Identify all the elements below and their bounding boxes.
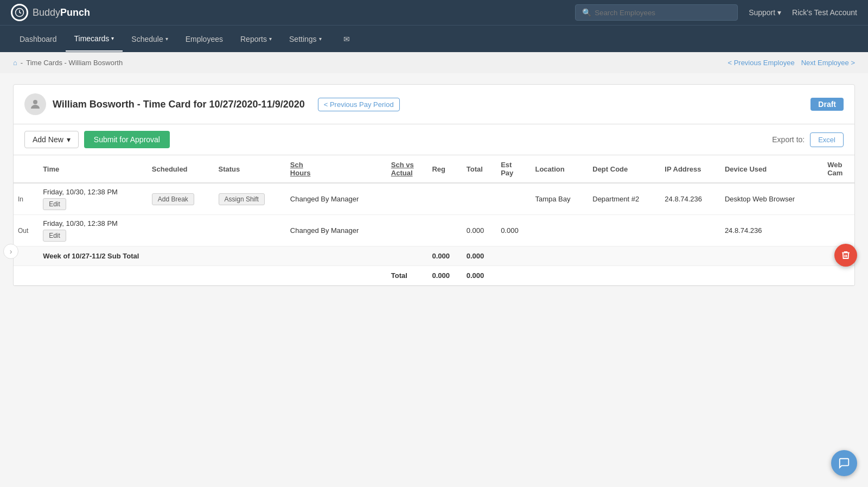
ip-cell: Desktop Web Browser	[720, 183, 823, 215]
logo-icon	[11, 4, 28, 21]
export-area: Export to: Excel	[772, 132, 844, 147]
support-link[interactable]: Support ▾	[749, 8, 781, 17]
nav-schedule[interactable]: Schedule ▾	[123, 27, 176, 51]
total-label: Total	[391, 271, 407, 280]
chat-widget[interactable]	[831, 450, 857, 476]
col-sch-hours: SchHours	[286, 155, 387, 183]
search-icon: 🔍	[582, 8, 591, 17]
next-employee-link[interactable]: Next Employee >	[801, 59, 855, 67]
nav-employees[interactable]: Employees	[177, 27, 232, 51]
timecard-table: Time Scheduled Status SchHours Sch vsAct…	[14, 155, 854, 286]
col-scheduled: Scheduled	[148, 155, 214, 183]
status-cell-out: Changed By Manager	[286, 215, 387, 246]
top-bar: BuddyPunch 🔍 Support ▾ Rick's Test Accou…	[0, 0, 868, 25]
est-pay-cell-out	[531, 215, 588, 246]
device-cell	[823, 183, 854, 215]
logo-area: BuddyPunch	[11, 4, 90, 21]
col-dept-code: Dept Code	[588, 155, 660, 183]
location-cell-out	[588, 215, 660, 246]
nav-timecards[interactable]: Timecards ▾	[66, 27, 123, 52]
assign-shift-cell: Assign Shift	[214, 183, 286, 215]
nav-bar: Dashboard Timecards ▾ Schedule ▾ Employe…	[0, 25, 868, 52]
dept-code-cell-out	[660, 215, 720, 246]
timecard-title-area: William Bosworth - Time Card for 10/27/2…	[24, 93, 400, 115]
search-box[interactable]: 🔍	[575, 4, 738, 21]
account-name[interactable]: Rick's Test Account	[792, 8, 857, 17]
location-cell: Department #2	[588, 183, 660, 215]
nav-mail[interactable]: ✉	[335, 27, 359, 51]
total-cell	[496, 183, 531, 215]
total-reg: 0.000	[427, 266, 462, 286]
assign-shift-button[interactable]: Assign Shift	[219, 193, 265, 205]
chevron-down-icon: ▾	[777, 8, 781, 17]
prev-employee-link[interactable]: < Previous Employee	[727, 59, 794, 67]
sch-hours-cell-out	[387, 215, 428, 246]
table-row: Out Friday, 10/30, 12:38 PM Edit Changed…	[14, 215, 854, 246]
col-status: Status	[214, 155, 286, 183]
time-cell: Friday, 10/30, 12:38 PM Edit	[39, 183, 148, 215]
time-cell-out: Friday, 10/30, 12:38 PM Edit	[39, 215, 148, 246]
sch-hours-cell	[387, 183, 428, 215]
nav-settings[interactable]: Settings ▾	[280, 27, 330, 51]
edit-button[interactable]: Edit	[43, 230, 66, 242]
col-web-cam: WebCam	[823, 155, 854, 183]
logo-text: BuddyPunch	[33, 7, 90, 18]
nav-reports[interactable]: Reports ▾	[232, 27, 280, 51]
chevron-down-icon: ▾	[319, 36, 322, 42]
breadcrumb-nav: < Previous Employee Next Employee >	[727, 59, 855, 67]
col-total: Total	[462, 155, 496, 183]
chevron-down-icon: ▾	[269, 36, 272, 42]
reg-cell-out: 0.000	[462, 215, 496, 246]
assign-cell-out	[214, 215, 286, 246]
avatar	[24, 93, 46, 115]
search-input[interactable]	[595, 9, 731, 17]
nav-dashboard[interactable]: Dashboard	[11, 27, 66, 51]
timecard-title: William Bosworth - Time Card for 10/27/2…	[53, 99, 305, 110]
status-cell: Changed By Manager	[286, 183, 387, 215]
collapse-arrow-left[interactable]: ›	[3, 244, 18, 259]
subtotal-label: Week of 10/27-11/2 Sub Total	[43, 252, 139, 260]
total-total: 0.000	[462, 266, 496, 286]
col-direction	[14, 155, 39, 183]
add-new-button[interactable]: Add New ▾	[24, 131, 79, 148]
total-cell-out: 0.000	[496, 215, 531, 246]
total-row: Total 0.000 0.000	[14, 266, 854, 286]
direction-in: In	[18, 195, 23, 203]
subtotal-reg: 0.000	[427, 246, 462, 266]
sch-actual-cell-out	[427, 215, 462, 246]
chevron-down-icon: ▾	[165, 36, 168, 42]
direction-out: Out	[18, 227, 28, 235]
subtotal-total: 0.000	[462, 246, 496, 266]
excel-button[interactable]: Excel	[810, 132, 844, 147]
edit-button[interactable]: Edit	[43, 198, 66, 210]
top-right-area: 🔍 Support ▾ Rick's Test Account	[575, 4, 857, 21]
home-link[interactable]: ⌂	[13, 59, 17, 67]
delete-fab-button[interactable]	[834, 244, 857, 267]
svg-point-1	[33, 100, 37, 104]
device-cell-out	[823, 215, 854, 246]
col-sch-vs-actual: Sch vsActual	[387, 155, 428, 183]
content-area: William Bosworth - Time Card for 10/27/2…	[0, 73, 868, 479]
col-est-pay: EstPay	[496, 155, 531, 183]
timecard-table-container: Time Scheduled Status SchHours Sch vsAct…	[13, 155, 855, 286]
col-device-used: Device Used	[720, 155, 823, 183]
est-pay-cell: Tampa Bay	[531, 183, 588, 215]
col-reg: Reg	[427, 155, 462, 183]
toolbar: Add New ▾ Submit for Approval Export to:…	[13, 124, 855, 155]
footer: © 2013-2020 BuddyPunch.com Version: 4.3.…	[0, 479, 868, 487]
export-label: Export to:	[772, 135, 805, 144]
col-location: Location	[531, 155, 588, 183]
col-time: Time	[39, 155, 148, 183]
prev-pay-period-link[interactable]: < Previous Pay Period	[318, 98, 400, 111]
submit-approval-button[interactable]: Submit for Approval	[84, 131, 170, 148]
table-row: In Friday, 10/30, 12:38 PM Edit Add Brea…	[14, 183, 854, 215]
subtotal-row: Week of 10/27-11/2 Sub Total 0.000 0.000	[14, 246, 854, 266]
status-badge: Draft	[810, 98, 844, 111]
timecard-header: William Bosworth - Time Card for 10/27/2…	[13, 84, 855, 124]
dept-code-cell: 24.8.74.236	[660, 183, 720, 215]
add-break-button[interactable]: Add Break	[152, 193, 194, 205]
chevron-down-icon: ▾	[111, 35, 114, 41]
chevron-down-icon: ▾	[67, 135, 71, 144]
col-ip-address: IP Address	[660, 155, 720, 183]
reg-cell	[462, 183, 496, 215]
